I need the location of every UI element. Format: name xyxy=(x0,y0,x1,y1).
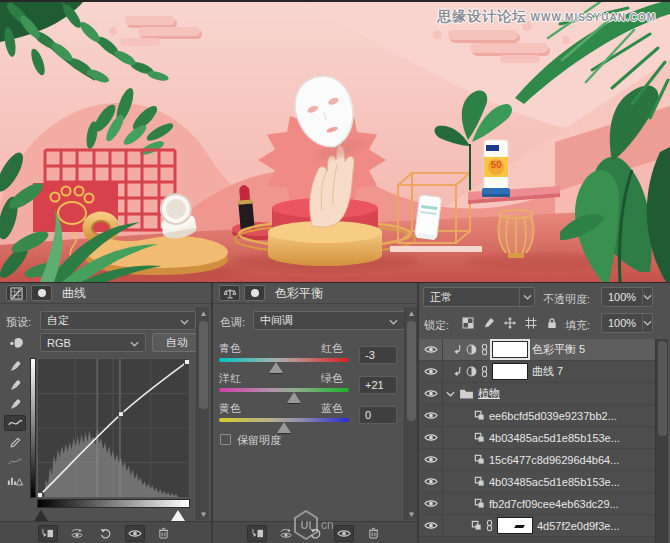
reset-icon[interactable] xyxy=(96,525,116,542)
curves-scrollbar[interactable]: ▲ ▼ xyxy=(196,307,209,520)
yellow-blue-slider-thumb[interactable] xyxy=(277,422,291,433)
layer-row[interactable]: 色彩平衡 5 xyxy=(419,339,655,361)
yellow-blue-value[interactable]: 0 xyxy=(359,406,397,424)
lock-artboard-icon[interactable] xyxy=(522,317,540,329)
layer-visibility-eye-icon[interactable] xyxy=(419,339,443,360)
shadow-input-slider[interactable] xyxy=(34,510,48,521)
preserve-luminosity-checkbox[interactable] xyxy=(220,434,231,445)
targeted-adjustment-tool[interactable] xyxy=(5,334,27,350)
curves-mask-icon[interactable] xyxy=(31,285,52,301)
opacity-control[interactable]: 100% xyxy=(601,287,653,307)
adjustment-layer-icon[interactable] xyxy=(466,366,477,377)
layer-name[interactable]: 15c6477c8d96296d4b64... xyxy=(489,454,619,466)
lock-all-icon[interactable] xyxy=(543,317,561,329)
curves-properties-panel: 曲线 预设: 自定 RGB 自动 xyxy=(0,283,213,543)
curves-tool-column xyxy=(4,358,28,488)
gray-point-eyedropper-icon[interactable] xyxy=(4,377,26,393)
layer-visibility-eye-icon[interactable] xyxy=(419,449,443,470)
layer-row[interactable]: 曲线 7 xyxy=(419,361,655,383)
layer-name[interactable]: 色彩平衡 5 xyxy=(532,342,585,357)
cyan-red-value[interactable]: -3 xyxy=(359,346,397,364)
smart-object-icon[interactable] xyxy=(474,476,485,487)
mask-link-icon[interactable] xyxy=(486,519,493,532)
preset-dropdown[interactable]: 自定 xyxy=(40,311,196,330)
cyan-red-slider[interactable] xyxy=(219,358,349,362)
layer-visibility-eye-icon[interactable] xyxy=(419,361,443,382)
smart-object-icon[interactable] xyxy=(471,520,482,531)
chevron-down-icon xyxy=(130,337,139,349)
yellow-label: 黄色 xyxy=(219,401,241,416)
tone-dropdown[interactable]: 中间调 xyxy=(253,311,405,330)
curves-graph[interactable] xyxy=(37,358,190,498)
channel-dropdown[interactable]: RGB xyxy=(40,333,146,352)
magenta-green-slider[interactable] xyxy=(219,388,349,392)
curves-output-gradient xyxy=(30,358,36,498)
view-previous-state-icon[interactable] xyxy=(276,525,296,542)
layer-row[interactable]: 4b03485ac5d1e85b153e... xyxy=(419,471,655,493)
layer-visibility-eye-icon[interactable] xyxy=(419,383,443,404)
layer-row[interactable]: ee6bcfd5d039e9237bb2... xyxy=(419,405,655,427)
layer-visibility-eye-icon[interactable] xyxy=(419,427,443,448)
mask-link-icon[interactable] xyxy=(481,343,488,356)
layer-name[interactable]: ee6bcfd5d039e9237bb2... xyxy=(489,410,617,422)
visibility-eye-icon[interactable] xyxy=(334,525,354,542)
color-balance-mask-icon[interactable] xyxy=(244,285,265,301)
document-canvas[interactable]: 思缘设计论坛 WWW.MISSYUAN.COM 50 xyxy=(0,0,670,282)
layer-visibility-eye-icon[interactable] xyxy=(419,515,443,536)
smooth-curve-icon[interactable] xyxy=(4,453,26,469)
lock-image-pixels-icon[interactable] xyxy=(480,317,498,329)
channel-value: RGB xyxy=(47,337,71,349)
layer-mask-thumbnail[interactable] xyxy=(497,517,533,534)
layers-scrollbar[interactable] xyxy=(655,339,668,543)
smart-object-icon[interactable] xyxy=(474,432,485,443)
opacity-label: 不透明度: xyxy=(543,292,590,307)
layer-name[interactable]: 4b03485ac5d1e85b153e... xyxy=(489,476,620,488)
layer-name[interactable]: 4b03485ac5d1e85b153e... xyxy=(489,432,620,444)
blend-mode-dropdown[interactable]: 正常 xyxy=(423,287,535,307)
mask-link-icon[interactable] xyxy=(481,365,488,378)
smart-object-icon[interactable] xyxy=(474,454,485,465)
adjustment-layer-icon[interactable] xyxy=(466,344,477,355)
layer-visibility-eye-icon[interactable] xyxy=(419,493,443,514)
smart-object-icon[interactable] xyxy=(474,498,485,509)
layer-name[interactable]: fb2d7cf09cee4eb63dc29... xyxy=(489,498,619,510)
tone-value: 中间调 xyxy=(260,313,293,328)
layer-row[interactable]: 植物 xyxy=(419,383,655,405)
preset-label: 预设: xyxy=(6,315,31,330)
layer-row[interactable]: 15c6477c8d96296d4b64... xyxy=(419,449,655,471)
cyan-red-slider-thumb[interactable] xyxy=(269,362,283,373)
visibility-eye-icon[interactable] xyxy=(125,525,145,542)
layer-visibility-eye-icon[interactable] xyxy=(419,405,443,426)
lock-position-icon[interactable] xyxy=(501,317,519,329)
clip-to-layer-icon[interactable] xyxy=(247,525,267,542)
lock-transparent-pixels-icon[interactable] xyxy=(459,317,477,329)
layer-mask-thumbnail[interactable] xyxy=(492,363,528,380)
black-point-eyedropper-icon[interactable] xyxy=(4,358,26,374)
layer-name[interactable]: 4d57f2e0d9f3e... xyxy=(537,520,620,532)
clip-to-layer-icon[interactable] xyxy=(38,525,58,542)
smart-object-icon[interactable] xyxy=(474,410,485,421)
layer-row[interactable]: 4b03485ac5d1e85b153e... xyxy=(419,427,655,449)
magenta-green-slider-thumb[interactable] xyxy=(287,392,301,403)
reset-icon[interactable] xyxy=(305,525,325,542)
layer-name[interactable]: 曲线 7 xyxy=(532,364,563,379)
delete-adjustment-icon[interactable] xyxy=(154,525,174,542)
auto-button[interactable]: 自动 xyxy=(152,333,202,352)
white-point-eyedropper-icon[interactable] xyxy=(4,396,26,412)
layer-visibility-eye-icon[interactable] xyxy=(419,471,443,492)
layer-name[interactable]: 植物 xyxy=(478,386,500,401)
view-previous-state-icon[interactable] xyxy=(67,525,87,542)
pencil-tool-icon[interactable] xyxy=(4,434,26,450)
highlight-input-slider[interactable] xyxy=(171,510,185,521)
edit-points-tool-icon[interactable] xyxy=(4,415,26,431)
group-expand-chevron-icon[interactable] xyxy=(446,391,455,397)
fill-control[interactable]: 100% xyxy=(601,313,653,333)
magenta-green-value[interactable]: +21 xyxy=(359,376,397,394)
layer-mask-thumbnail[interactable] xyxy=(492,341,528,358)
color-balance-scrollbar[interactable]: ▲ ▼ xyxy=(404,307,417,520)
delete-adjustment-icon[interactable] xyxy=(363,525,383,542)
group-folder-icon[interactable] xyxy=(459,388,474,399)
layer-row[interactable]: 4d57f2e0d9f3e... xyxy=(419,515,655,537)
histogram-clipping-icon[interactable] xyxy=(4,472,26,488)
layer-row[interactable]: fb2d7cf09cee4eb63dc29... xyxy=(419,493,655,515)
